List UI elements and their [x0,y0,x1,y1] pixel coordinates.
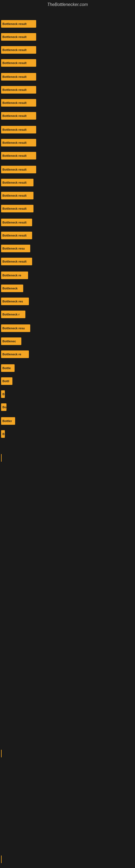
bottleneck-row: Bottleneck re [1,350,29,358]
bottleneck-label: Bottle [2,367,11,370]
bottleneck-row: Bottler [1,417,15,425]
bottleneck-row: Bottleneck result [1,20,36,28]
bottleneck-label: Bottleneck result [2,234,27,237]
bottleneck-row: Bottleneck result [1,112,36,120]
bottleneck-label: Bottler [2,420,12,423]
bottleneck-row: Bottleneck resu [1,245,30,252]
bottleneck-label: Bottl [2,379,9,383]
bottleneck-label: Bottleneck result [2,75,27,79]
bottleneck-row: Bottleneck result [1,99,36,106]
bottleneck-indicator [1,856,2,863]
bottleneck-label: Bottleneck result [2,168,27,171]
bottleneck-label: Bo [2,405,6,409]
bottleneck-label: Bottleneck re [2,352,21,356]
bottleneck-row: Bottleneck result [1,192,34,199]
bottleneck-label: Bottleneck result [2,194,27,197]
bottleneck-row: Bottleneck result [1,152,36,159]
bottleneck-label: Bottleneck result [2,101,27,104]
bottleneck-label: Bottleneck result [2,88,27,91]
bottleneck-row: Bo [1,403,6,411]
bottleneck-row: Bottleneck res [1,298,29,305]
bottleneck-label: B [2,393,5,396]
bottleneck-label: Bottleneck result [2,221,27,224]
bottleneck-row: Bottleneck result [1,59,36,67]
bottleneck-row: Bottleneck result [1,166,36,173]
bottleneck-label: Bottleneck resu [2,327,25,330]
bottleneck-row: Bottleneck result [1,179,34,186]
bottleneck-row: B [1,430,5,438]
bottleneck-row: Bottleneck result [1,258,32,265]
bottleneck-row: Bottleneck re [1,272,28,279]
bottleneck-label: Bottleneck result [2,154,27,157]
bottleneck-row: Bottleneck result [1,46,36,54]
bottleneck-row: Bottleneck result [1,126,36,133]
bottleneck-row: Bottleneck r [1,311,26,318]
bottleneck-row: Bottleneck [1,284,23,292]
bottleneck-label: Bottleneck result [2,22,27,26]
bottleneck-label: Bottleneck result [2,260,27,263]
bottleneck-label: Bottleneck res [2,300,23,303]
bottleneck-indicator [1,454,2,462]
bottleneck-label: Bottlenec [2,340,16,343]
bottleneck-row: Bottleneck result [1,205,34,212]
bottleneck-label: B [2,432,5,436]
bottleneck-label: Bottleneck result [2,114,27,118]
bottleneck-label: Bottleneck result [2,61,27,65]
bottleneck-label: Bottleneck r [2,313,20,316]
bottleneck-label: Bottleneck re [2,274,21,277]
bottleneck-row: Bottleneck result [1,219,32,226]
bottleneck-row: Bottleneck result [1,33,36,41]
bottleneck-label: Bottleneck result [2,141,27,144]
bottleneck-row: Bottleneck result [1,73,36,81]
bottleneck-label: Bottleneck result [2,35,27,38]
bottleneck-row: Bottleneck resu [1,324,30,332]
bottleneck-label: Bottleneck result [2,181,27,184]
bottleneck-label: Bottleneck result [2,128,27,131]
bottleneck-label: Bottleneck result [2,48,27,52]
bottleneck-indicator [1,750,2,757]
bottleneck-row: Bottleneck result [1,139,36,147]
bottleneck-label: Bottleneck [2,287,17,290]
bottleneck-label: Bottleneck resu [2,247,25,250]
bottleneck-row: B [1,390,5,398]
site-title: TheBottlenecker.com [0,0,135,9]
bottleneck-row: Bottlenec [1,337,21,345]
bottleneck-row: Bottleneck result [1,231,32,239]
bottleneck-row: Bottleneck result [1,86,36,94]
bottleneck-label: Bottleneck result [2,207,27,210]
bottleneck-row: Bottl [1,377,12,385]
bottleneck-row: Bottle [1,364,14,372]
